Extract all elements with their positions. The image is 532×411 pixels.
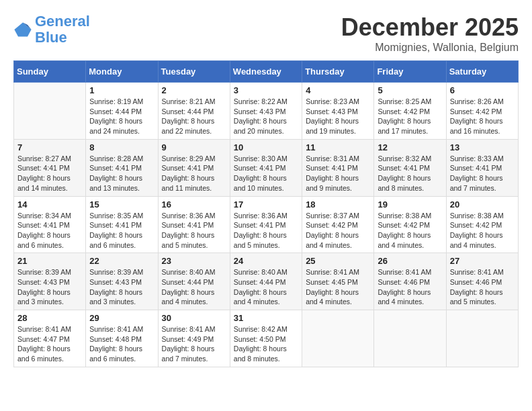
day-info: Sunrise: 8:28 AMSunset: 4:41 PMDaylight:… — [89, 154, 154, 193]
day-info: Sunrise: 8:40 AMSunset: 4:44 PMDaylight:… — [234, 267, 298, 307]
day-number: 24 — [234, 256, 298, 266]
day-number: 28 — [17, 313, 82, 323]
calendar-cell: 6Sunrise: 8:26 AMSunset: 4:42 PMDaylight… — [446, 83, 518, 140]
day-number: 31 — [234, 313, 298, 323]
day-info: Sunrise: 8:36 AMSunset: 4:41 PMDaylight:… — [234, 211, 298, 250]
calendar-cell — [14, 83, 86, 140]
calendar-cell: 16Sunrise: 8:36 AMSunset: 4:41 PMDayligh… — [158, 196, 230, 253]
day-number: 29 — [89, 313, 154, 323]
day-info: Sunrise: 8:27 AMSunset: 4:41 PMDaylight:… — [17, 154, 82, 193]
calendar-cell: 15Sunrise: 8:35 AMSunset: 4:41 PMDayligh… — [86, 196, 158, 253]
day-number: 19 — [378, 199, 442, 210]
day-info: Sunrise: 8:34 AMSunset: 4:41 PMDaylight:… — [17, 211, 82, 250]
calendar-cell: 4Sunrise: 8:23 AMSunset: 4:43 PMDaylight… — [302, 83, 374, 140]
day-number: 18 — [306, 199, 370, 210]
calendar-cell: 21Sunrise: 8:39 AMSunset: 4:43 PMDayligh… — [14, 253, 86, 310]
day-number: 10 — [234, 142, 298, 152]
calendar-cell: 24Sunrise: 8:40 AMSunset: 4:44 PMDayligh… — [230, 253, 302, 310]
calendar-cell: 18Sunrise: 8:37 AMSunset: 4:42 PMDayligh… — [302, 196, 374, 253]
day-number: 22 — [89, 256, 154, 266]
day-info: Sunrise: 8:41 AMSunset: 4:46 PMDaylight:… — [378, 267, 442, 307]
day-info: Sunrise: 8:41 AMSunset: 4:47 PMDaylight:… — [17, 324, 82, 364]
calendar-week-row: 28Sunrise: 8:41 AMSunset: 4:47 PMDayligh… — [14, 310, 519, 367]
calendar-cell: 5Sunrise: 8:25 AMSunset: 4:42 PMDaylight… — [374, 83, 446, 140]
day-info: Sunrise: 8:38 AMSunset: 4:42 PMDaylight:… — [378, 211, 442, 250]
month-title: December 2025 — [341, 13, 519, 42]
day-number: 27 — [450, 256, 515, 266]
day-number: 14 — [17, 199, 82, 210]
day-info: Sunrise: 8:25 AMSunset: 4:42 PMDaylight:… — [378, 97, 442, 136]
weekday-header: Monday — [86, 61, 158, 83]
day-info: Sunrise: 8:39 AMSunset: 4:43 PMDaylight:… — [89, 267, 154, 307]
day-number: 6 — [450, 85, 515, 95]
day-info: Sunrise: 8:19 AMSunset: 4:44 PMDaylight:… — [89, 97, 154, 136]
calendar-cell: 27Sunrise: 8:41 AMSunset: 4:46 PMDayligh… — [446, 253, 518, 310]
calendar-week-row: 21Sunrise: 8:39 AMSunset: 4:43 PMDayligh… — [14, 253, 519, 310]
day-number: 1 — [89, 85, 154, 95]
calendar-cell: 17Sunrise: 8:36 AMSunset: 4:41 PMDayligh… — [230, 196, 302, 253]
calendar-cell: 3Sunrise: 8:22 AMSunset: 4:43 PMDaylight… — [230, 83, 302, 140]
day-info: Sunrise: 8:37 AMSunset: 4:42 PMDaylight:… — [306, 211, 370, 250]
calendar-cell: 1Sunrise: 8:19 AMSunset: 4:44 PMDaylight… — [86, 83, 158, 140]
weekday-header: Wednesday — [230, 61, 302, 83]
day-number: 26 — [378, 256, 442, 266]
calendar-cell — [446, 310, 518, 367]
calendar-cell: 7Sunrise: 8:27 AMSunset: 4:41 PMDaylight… — [14, 139, 86, 196]
day-number: 16 — [162, 199, 226, 210]
day-info: Sunrise: 8:30 AMSunset: 4:41 PMDaylight:… — [234, 154, 298, 193]
day-info: Sunrise: 8:41 AMSunset: 4:49 PMDaylight:… — [162, 324, 226, 364]
calendar-cell: 10Sunrise: 8:30 AMSunset: 4:41 PMDayligh… — [230, 139, 302, 196]
day-info: Sunrise: 8:41 AMSunset: 4:45 PMDaylight:… — [306, 267, 370, 307]
logo: General Blue — [13, 13, 90, 46]
day-number: 3 — [234, 85, 298, 95]
calendar-header: SundayMondayTuesdayWednesdayThursdayFrid… — [14, 61, 519, 83]
calendar-cell: 2Sunrise: 8:21 AMSunset: 4:44 PMDaylight… — [158, 83, 230, 140]
calendar-cell: 9Sunrise: 8:29 AMSunset: 4:41 PMDaylight… — [158, 139, 230, 196]
day-number: 2 — [162, 85, 226, 95]
day-number: 7 — [17, 142, 82, 152]
day-info: Sunrise: 8:29 AMSunset: 4:41 PMDaylight:… — [162, 154, 226, 193]
day-number: 4 — [306, 85, 370, 95]
weekday-header: Friday — [374, 61, 446, 83]
calendar-cell: 30Sunrise: 8:41 AMSunset: 4:49 PMDayligh… — [158, 310, 230, 367]
calendar-cell: 20Sunrise: 8:38 AMSunset: 4:42 PMDayligh… — [446, 196, 518, 253]
day-info: Sunrise: 8:21 AMSunset: 4:44 PMDaylight:… — [162, 97, 226, 136]
calendar-cell: 23Sunrise: 8:40 AMSunset: 4:44 PMDayligh… — [158, 253, 230, 310]
calendar-week-row: 14Sunrise: 8:34 AMSunset: 4:41 PMDayligh… — [14, 196, 519, 253]
day-number: 9 — [162, 142, 226, 152]
weekday-header: Tuesday — [158, 61, 230, 83]
day-info: Sunrise: 8:26 AMSunset: 4:42 PMDaylight:… — [450, 97, 515, 136]
calendar-cell: 11Sunrise: 8:31 AMSunset: 4:41 PMDayligh… — [302, 139, 374, 196]
logo-text: General Blue — [35, 13, 90, 46]
day-info: Sunrise: 8:22 AMSunset: 4:43 PMDaylight:… — [234, 97, 298, 136]
calendar-cell: 14Sunrise: 8:34 AMSunset: 4:41 PMDayligh… — [14, 196, 86, 253]
day-info: Sunrise: 8:31 AMSunset: 4:41 PMDaylight:… — [306, 154, 370, 193]
day-info: Sunrise: 8:32 AMSunset: 4:41 PMDaylight:… — [378, 154, 442, 193]
day-number: 11 — [306, 142, 370, 152]
day-number: 25 — [306, 256, 370, 266]
day-info: Sunrise: 8:39 AMSunset: 4:43 PMDaylight:… — [17, 267, 82, 307]
day-number: 5 — [378, 85, 442, 95]
weekday-header: Sunday — [14, 61, 86, 83]
calendar-cell — [374, 310, 446, 367]
page-header: General Blue December 2025 Momignies, Wa… — [13, 13, 519, 54]
calendar-week-row: 7Sunrise: 8:27 AMSunset: 4:41 PMDaylight… — [14, 139, 519, 196]
day-info: Sunrise: 8:38 AMSunset: 4:42 PMDaylight:… — [450, 211, 515, 250]
day-number: 8 — [89, 142, 154, 152]
calendar-cell: 19Sunrise: 8:38 AMSunset: 4:42 PMDayligh… — [374, 196, 446, 253]
calendar-cell: 31Sunrise: 8:42 AMSunset: 4:50 PMDayligh… — [230, 310, 302, 367]
day-info: Sunrise: 8:41 AMSunset: 4:46 PMDaylight:… — [450, 267, 515, 307]
day-number: 13 — [450, 142, 515, 152]
calendar-table: SundayMondayTuesdayWednesdayThursdayFrid… — [13, 60, 519, 367]
day-number: 21 — [17, 256, 82, 266]
location: Momignies, Wallonia, Belgium — [341, 42, 519, 54]
calendar-cell: 25Sunrise: 8:41 AMSunset: 4:45 PMDayligh… — [302, 253, 374, 310]
day-info: Sunrise: 8:42 AMSunset: 4:50 PMDaylight:… — [234, 324, 298, 364]
calendar-cell: 13Sunrise: 8:33 AMSunset: 4:41 PMDayligh… — [446, 139, 518, 196]
day-info: Sunrise: 8:35 AMSunset: 4:41 PMDaylight:… — [89, 211, 154, 250]
calendar-cell: 26Sunrise: 8:41 AMSunset: 4:46 PMDayligh… — [374, 253, 446, 310]
day-number: 30 — [162, 313, 226, 323]
calendar-cell: 22Sunrise: 8:39 AMSunset: 4:43 PMDayligh… — [86, 253, 158, 310]
day-info: Sunrise: 8:41 AMSunset: 4:48 PMDaylight:… — [89, 324, 154, 364]
day-number: 20 — [450, 199, 515, 210]
